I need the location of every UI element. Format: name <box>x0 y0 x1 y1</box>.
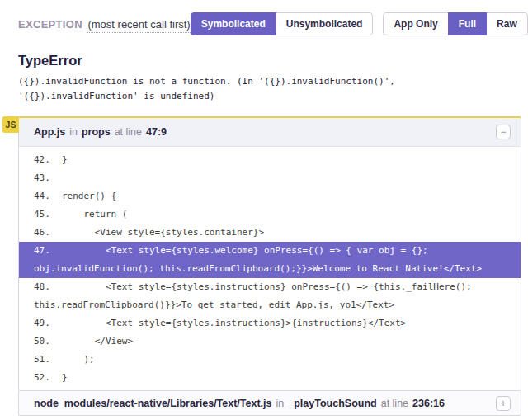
line-number: 48. <box>34 278 62 296</box>
line-number: 50. <box>34 333 62 351</box>
full-button[interactable]: Full <box>448 12 487 35</box>
code-listing: 42.} 43. 44.render() { 45. return ( 46. … <box>19 147 521 390</box>
collapse-frame-icon[interactable]: − <box>496 125 511 139</box>
error-message: ({}).invalidFunction is not a function. … <box>18 74 406 103</box>
raw-button[interactable]: Raw <box>486 12 528 35</box>
error-class-title: TypeError <box>18 53 521 68</box>
code-line-46: 46. <View style={styles.container}> <box>19 224 521 242</box>
toolbar-button-groups: Symbolicated Unsymbolicated App Only Ful… <box>191 12 528 35</box>
code-text: render() { <box>62 191 116 201</box>
line-number: 43. <box>34 169 62 187</box>
code-text: <Text style={styles.instructions}>{instr… <box>62 318 406 328</box>
code-line-44: 44.render() { <box>19 187 521 205</box>
frame-at-line-label: at line <box>381 398 408 409</box>
code-text: } <box>62 372 68 383</box>
code-text: ); <box>62 354 95 365</box>
code-line-43: 43. <box>19 169 521 187</box>
line-number: 49. <box>34 314 62 333</box>
code-text: <Text style={styles.instructions} onPres… <box>34 281 477 310</box>
frame-in-label: in <box>276 398 285 409</box>
exception-panel: EXCEPTION (most recent call first) Symbo… <box>0 0 528 420</box>
code-line-42: 42.} <box>19 151 521 169</box>
unsymbolicated-button[interactable]: Unsymbolicated <box>276 12 374 35</box>
js-language-badge: JS <box>2 116 19 133</box>
line-number: 47. <box>34 242 62 260</box>
section-title: EXCEPTION <box>18 18 82 31</box>
symbolication-toggle-group: Symbolicated Unsymbolicated <box>191 12 374 35</box>
frame-method-name: props <box>82 126 111 138</box>
app-only-button[interactable]: App Only <box>383 12 448 35</box>
code-line-45: 45. return ( <box>19 205 521 224</box>
frame-at-line-label: at line <box>115 126 142 138</box>
code-line-49: 49. <Text style={styles.instructions}>{i… <box>19 314 521 333</box>
frame-method-name: _playTouchSound <box>288 398 376 409</box>
stack-frame-app-js: JS App.js in props at line 47:9 − 42.} 4… <box>18 116 521 391</box>
frame-line-column: 47:9 <box>146 126 167 138</box>
line-number: 52. <box>34 369 62 387</box>
code-text: } <box>62 154 68 165</box>
code-text: <View style={styles.container}> <box>62 227 264 238</box>
frame-in-label: in <box>69 126 78 138</box>
frame-line-column: 236:16 <box>412 398 445 409</box>
code-line-48: 48. <Text style={styles.instructions} on… <box>19 278 521 314</box>
exception-toolbar: EXCEPTION (most recent call first) Symbo… <box>18 12 521 35</box>
code-line-52: 52.} <box>19 369 521 387</box>
line-number: 46. <box>34 224 62 242</box>
frame-file-name: App.js <box>34 126 65 138</box>
stack-filter-toggle-group: App Only Full Raw <box>383 12 527 35</box>
line-number: 42. <box>34 151 62 169</box>
section-heading: EXCEPTION (most recent call first) <box>18 18 191 31</box>
code-text: <Text style={styles.welcome} onPress={()… <box>34 245 482 274</box>
line-number: 51. <box>34 351 62 369</box>
frame-header-app-js[interactable]: App.js in props at line 47:9 − <box>19 118 521 147</box>
symbolicated-button[interactable]: Symbolicated <box>191 12 276 35</box>
line-number: 44. <box>34 187 62 205</box>
line-number: 45. <box>34 205 62 224</box>
code-text: return ( <box>62 209 127 219</box>
expand-frame-icon[interactable]: + <box>496 396 511 411</box>
code-line-51: 51. ); <box>19 351 521 369</box>
code-line-50: 50. </View> <box>19 333 521 351</box>
code-text: </View> <box>62 336 133 347</box>
stack-order-note: (most recent call first) <box>87 18 190 33</box>
frame-file-name: node_modules/react-native/Libraries/Text… <box>34 398 272 409</box>
stack-frame-text-js[interactable]: node_modules/react-native/Libraries/Text… <box>18 390 521 416</box>
code-line-47-error-highlight: 47. <Text style={styles.welcome} onPress… <box>19 242 521 278</box>
